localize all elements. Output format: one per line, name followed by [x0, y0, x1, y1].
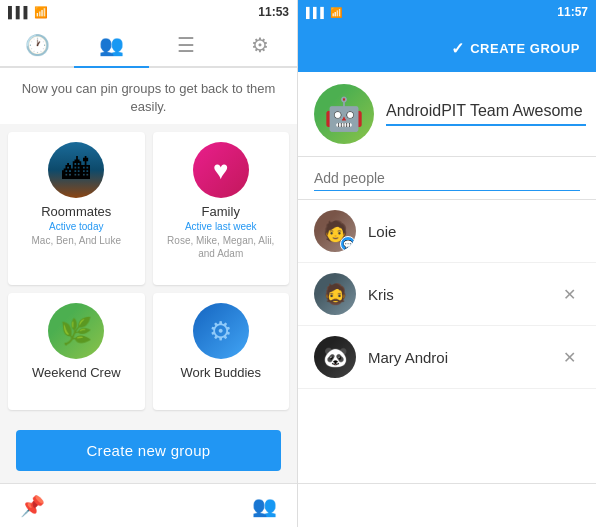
group-card-roommates[interactable]: Roommates Active today Mac, Ben, And Luk… — [8, 132, 145, 285]
group-members-roommates: Mac, Ben, And Luke — [31, 234, 121, 247]
right-bottom-bar — [298, 483, 596, 527]
add-people-input[interactable] — [314, 170, 580, 191]
remove-kris-button[interactable]: ✕ — [559, 281, 580, 308]
signal-icon: ▌▌▌ — [8, 6, 31, 18]
person-name-mary: Mary Androi — [368, 349, 547, 366]
group-name-roommates: Roommates — [41, 204, 111, 219]
avatar-mary: 🐼 — [314, 336, 356, 378]
create-btn-container: Create new group — [0, 418, 297, 483]
group-name-work: Work Buddies — [180, 365, 261, 380]
group-avatar-roommates — [48, 142, 104, 198]
right-status-icons: ▌▌▌ 📶 — [306, 7, 342, 18]
group-avatar-work — [193, 303, 249, 359]
wifi-icon: 📶 — [34, 6, 48, 19]
settings-icon: ⚙ — [251, 33, 269, 57]
groups-icon: 👥 — [99, 33, 124, 57]
group-card-weekend[interactable]: Weekend Crew — [8, 293, 145, 410]
groups-grid: Roommates Active today Mac, Ben, And Luk… — [0, 124, 297, 418]
left-panel: ▌▌▌ 📶 11:53 🕐 👥 ☰ ⚙ Now you can pin grou… — [0, 0, 298, 527]
group-name-family: Family — [202, 204, 240, 219]
group-card-family[interactable]: Family Active last week Rose, Mike, Mega… — [153, 132, 290, 285]
right-time: 11:57 — [557, 5, 588, 19]
group-avatar-weekend — [48, 303, 104, 359]
person-item-kris: 🧔 Kris ✕ — [298, 263, 596, 326]
recent-icon: 🕐 — [25, 33, 50, 57]
check-icon: ✓ — [451, 39, 465, 58]
add-people-row — [298, 157, 596, 200]
list-icon: ☰ — [177, 33, 195, 57]
right-signal-icon: ▌▌▌ — [306, 7, 327, 18]
right-header: ✓ CREATE GROUP — [298, 24, 596, 72]
group-avatar-large: 🤖 — [314, 84, 374, 144]
people-list: 🧑 💬 Loie 🧔 Kris ✕ 🐼 Mary Androi ✕ — [298, 200, 596, 483]
group-name-weekend: Weekend Crew — [32, 365, 121, 380]
messenger-badge-loie: 💬 — [340, 236, 356, 252]
left-bottom-bar: 📌 👥 — [0, 483, 297, 527]
create-group-button[interactable]: ✓ CREATE GROUP — [451, 39, 580, 58]
person-name-loie: Loie — [368, 223, 580, 240]
tab-groups[interactable]: 👥 — [74, 24, 148, 66]
tab-list[interactable]: ☰ — [149, 24, 223, 66]
create-group-label: CREATE GROUP — [470, 41, 580, 56]
avatar-kris: 🧔 — [314, 273, 356, 315]
tab-bar: 🕐 👥 ☰ ⚙ — [0, 24, 297, 68]
group-info-row: 🤖 — [298, 72, 596, 157]
right-status-bar: ▌▌▌ 📶 11:57 — [298, 0, 596, 24]
right-wifi-icon: 📶 — [330, 7, 342, 18]
tab-settings[interactable]: ⚙ — [223, 24, 297, 66]
pin-message: Now you can pin groups to get back to th… — [0, 68, 297, 124]
avatar-loie: 🧑 💬 — [314, 210, 356, 252]
group-status-roommates: Active today — [49, 221, 103, 232]
left-status-icons: ▌▌▌ 📶 — [8, 6, 48, 19]
left-time: 11:53 — [258, 5, 289, 19]
group-members-family: Rose, Mike, Megan, Alii, and Adam — [161, 234, 282, 260]
tab-recent[interactable]: 🕐 — [0, 24, 74, 66]
person-name-kris: Kris — [368, 286, 547, 303]
right-panel: ▌▌▌ 📶 11:57 ✓ CREATE GROUP 🤖 🧑 💬 Loie — [298, 0, 596, 527]
groups-bottom-icon[interactable]: 👥 — [252, 494, 277, 518]
create-new-group-button[interactable]: Create new group — [16, 430, 281, 471]
person-item-mary: 🐼 Mary Androi ✕ — [298, 326, 596, 389]
group-name-input[interactable] — [386, 102, 586, 126]
person-item-loie: 🧑 💬 Loie — [298, 200, 596, 263]
left-status-bar: ▌▌▌ 📶 11:53 — [0, 0, 297, 24]
pin-bottom-icon[interactable]: 📌 — [20, 494, 45, 518]
group-status-family: Active last week — [185, 221, 257, 232]
group-avatar-family — [193, 142, 249, 198]
remove-mary-button[interactable]: ✕ — [559, 344, 580, 371]
group-card-work[interactable]: Work Buddies — [153, 293, 290, 410]
